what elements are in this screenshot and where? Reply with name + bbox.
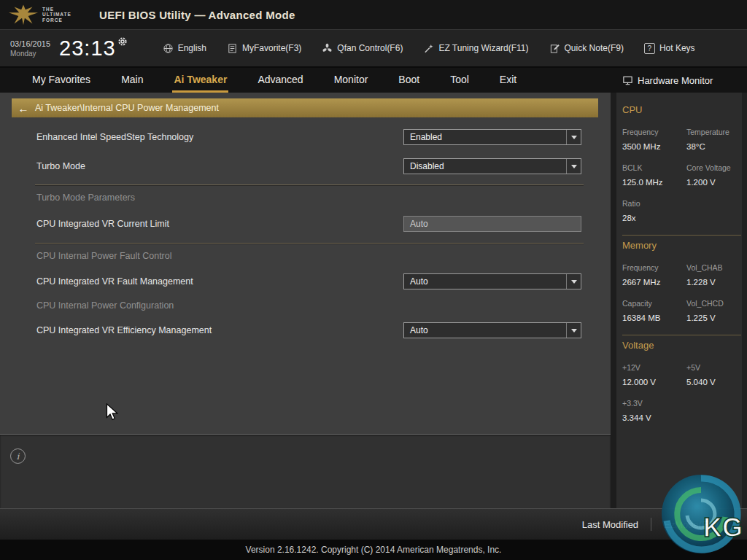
last-modified-button[interactable]: Last Modified: [582, 519, 638, 530]
voltage-12v: +12V 12.000 V: [622, 363, 686, 386]
panel-gap: [611, 93, 616, 508]
mouse-cursor: [106, 403, 120, 421]
question-icon: ?: [644, 43, 655, 54]
hardware-monitor-panel: CPU Frequency 3500 MHz Temperature 38°C …: [616, 93, 747, 508]
breadcrumb: ← Ai Tweaker\Internal CPU Power Manageme…: [12, 98, 598, 117]
logo-line-2: ULTIMATE: [42, 12, 71, 18]
quick-note-button[interactable]: Quick Note(F9): [539, 43, 634, 54]
tab-exit[interactable]: Exit: [498, 68, 518, 93]
breadcrumb-path: Ai Tweaker\Internal CPU Power Management: [35, 103, 219, 113]
back-arrow-icon[interactable]: ←: [12, 102, 35, 114]
vr-efficiency-value: Auto: [410, 325, 428, 335]
section-divider: [35, 243, 584, 244]
turbo-mode-value: Disabled: [410, 161, 444, 171]
watermark-logo: KG: [659, 472, 743, 556]
logo-line-3: FORCE: [42, 18, 71, 23]
speedstep-label: Enhanced Intel SpeedStep Technology: [36, 129, 379, 145]
vr-efficiency-dropdown[interactable]: Auto: [403, 322, 581, 338]
turbo-params-heading: Turbo Mode Parameters: [36, 192, 135, 203]
tab-advanced[interactable]: Advanced: [256, 68, 304, 93]
date-text: 03/16/2015: [10, 39, 50, 48]
footer-separator: [651, 518, 651, 531]
power-fault-heading: CPU Internal Power Fault Control: [36, 251, 172, 261]
tab-tool[interactable]: Tool: [449, 68, 471, 93]
tab-main[interactable]: Main: [120, 68, 144, 93]
cpu-row-1: Frequency 3500 MHz Temperature 38°C: [622, 128, 741, 151]
vr-fault-mgmt-label: CPU Integrated VR Fault Management: [36, 273, 379, 289]
vr-current-limit-value: Auto: [410, 219, 428, 229]
info-bar: 03/16/2015 Monday 23:13 English: [0, 29, 747, 68]
turbo-mode-dropdown[interactable]: Disabled: [403, 158, 581, 174]
title-bar: THE ULTIMATE FORCE UEFI BIOS Utility — A…: [0, 0, 747, 29]
cpu-row-3: Ratio 28x: [622, 199, 741, 222]
info-icon: i: [10, 448, 26, 464]
speedstep-value: Enabled: [410, 132, 442, 142]
cpu-section-title: CPU: [622, 104, 741, 115]
tuf-eagle-icon: [7, 3, 39, 26]
language-button[interactable]: English: [152, 43, 217, 54]
tab-ai-tweaker[interactable]: Ai Tweaker: [172, 68, 228, 93]
memory-vol-chcd: Vol_CHCD 1.225 V: [686, 299, 741, 322]
time-text: 23:13: [59, 36, 116, 61]
logo-line-1: THE: [42, 7, 71, 12]
wand-icon: [423, 43, 434, 54]
chevron-down-icon: [566, 274, 581, 289]
cpu-core-voltage: Core Voltage 1.200 V: [686, 163, 741, 187]
tab-my-favorites[interactable]: My Favorites: [31, 68, 92, 93]
date-block: 03/16/2015 Monday: [10, 39, 50, 58]
tab-boot[interactable]: Boot: [397, 68, 421, 93]
sidebar-scrollbar[interactable]: [742, 93, 747, 508]
footer-bar: Last Modified EzMode(F7)|→: [0, 508, 747, 540]
globe-icon: [163, 43, 174, 54]
power-config-heading: CPU Internal Power Configuration: [36, 300, 174, 311]
bios-screen: THE ULTIMATE FORCE UEFI BIOS Utility — A…: [0, 0, 747, 560]
voltage-row-2: +3.3V 3.344 V: [622, 399, 741, 422]
memory-frequency: Frequency 2667 MHz: [622, 263, 686, 287]
version-text: Version 2.16.1242. Copyright (C) 2014 Am…: [0, 540, 747, 560]
gear-icon[interactable]: [117, 36, 128, 47]
cpu-temperature: Temperature 38°C: [686, 128, 741, 151]
memory-section-title: Memory: [622, 240, 741, 251]
myfavorite-button[interactable]: MyFavorite(F3): [217, 43, 311, 54]
cpu-row-2: BCLK 125.0 MHz Core Voltage 1.200 V: [622, 163, 741, 187]
hot-keys-button[interactable]: ? Hot Keys: [634, 43, 705, 54]
chevron-down-icon: [566, 159, 581, 174]
memory-capacity: Capacity 16384 MB: [622, 299, 686, 322]
help-panel: i: [0, 434, 611, 508]
vr-current-limit-label: CPU Integrated VR Current Limit: [36, 216, 379, 232]
ez-tuning-label: EZ Tuning Wizard(F11): [438, 43, 528, 53]
ez-tuning-wizard-button[interactable]: EZ Tuning Wizard(F11): [413, 43, 538, 54]
cpu-ratio: Ratio 28x: [622, 199, 686, 222]
clock: 23:13: [59, 36, 128, 61]
memory-row-1: Frequency 2667 MHz Vol_CHAB 1.228 V: [622, 263, 741, 287]
qfan-control-button[interactable]: Qfan Control(F6): [311, 43, 413, 54]
hot-keys-label: Hot Keys: [659, 43, 695, 53]
cpu-frequency: Frequency 3500 MHz: [622, 128, 686, 151]
voltage-3v3: +3.3V 3.344 V: [622, 399, 686, 422]
page-title: UEFI BIOS Utility — Advanced Mode: [99, 9, 295, 21]
tab-monitor[interactable]: Monitor: [333, 68, 370, 93]
voltage-row-1: +12V 12.000 V +5V 5.040 V: [622, 363, 741, 386]
vr-fault-mgmt-dropdown[interactable]: Auto: [403, 273, 581, 289]
vr-fault-mgmt-value: Auto: [410, 276, 428, 287]
settings-panel: ← Ai Tweaker\Internal CPU Power Manageme…: [0, 93, 611, 434]
hardware-monitor-title: Hardware Monitor: [638, 75, 713, 86]
monitor-icon: [622, 75, 633, 86]
memory-vol-chab: Vol_CHAB 1.228 V: [686, 263, 741, 287]
qfan-label: Qfan Control(F6): [337, 43, 403, 53]
chevron-down-icon: [566, 323, 581, 338]
sidebar-divider: [622, 335, 741, 335]
speedstep-dropdown[interactable]: Enabled: [403, 129, 581, 145]
tuf-logo: THE ULTIMATE FORCE: [7, 3, 86, 26]
note-pencil-icon: [549, 43, 560, 54]
quick-note-label: Quick Note(F9): [565, 43, 624, 53]
watermark-text: KG: [703, 513, 743, 542]
voltage-5v: +5V 5.040 V: [686, 363, 741, 386]
chevron-down-icon: [566, 130, 581, 144]
myfavorite-label: MyFavorite(F3): [242, 43, 301, 53]
memory-row-2: Capacity 16384 MB Vol_CHCD 1.225 V: [622, 299, 741, 322]
vr-efficiency-label: CPU Integrated VR Efficiency Management: [36, 322, 379, 338]
sidebar-divider: [622, 235, 741, 236]
turbo-mode-label: Turbo Mode: [36, 158, 379, 174]
section-divider: [35, 184, 584, 185]
